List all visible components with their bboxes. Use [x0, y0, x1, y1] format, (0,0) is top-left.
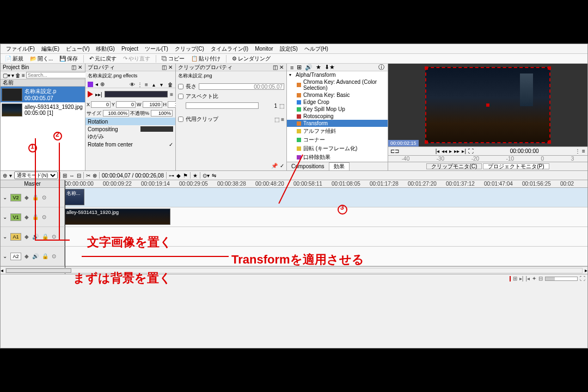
- menu-view[interactable]: ビュー(V): [63, 45, 93, 53]
- track-label[interactable]: A2: [10, 253, 21, 260]
- fx-menu-icon[interactable]: ≡: [290, 64, 293, 71]
- track-mute-icon[interactable]: ◆: [24, 234, 29, 240]
- fx-item[interactable]: 回転 (キーフレーム化): [287, 144, 388, 153]
- tab-clip-monitor[interactable]: クリップモニタ(C): [426, 163, 482, 169]
- panel-close-icon[interactable]: ✕: [77, 65, 83, 70]
- track-lock-icon[interactable]: 🔒: [32, 214, 39, 220]
- tab-effects[interactable]: 効果: [329, 162, 350, 170]
- prev-kf-icon[interactable]: ◂: [95, 81, 98, 87]
- pin-icon[interactable]: 📌: [271, 163, 278, 170]
- duration-check[interactable]: [178, 84, 183, 89]
- timeline-clip[interactable]: 名称...: [65, 189, 84, 205]
- bin-column-header[interactable]: 名前: [1, 79, 85, 87]
- kf-icon[interactable]: ⋮: [137, 82, 143, 87]
- menu-file[interactable]: ファイル(F): [3, 45, 38, 53]
- paste-button[interactable]: 📋貼り付け: [189, 55, 223, 63]
- track-expand-icon[interactable]: ⌄: [3, 234, 7, 240]
- tab-compositions[interactable]: Compositions: [287, 162, 329, 170]
- bin-list-icon[interactable]: ≡: [22, 72, 25, 78]
- x-input[interactable]: [91, 101, 111, 108]
- panel-close-icon[interactable]: ✕: [279, 65, 284, 70]
- mon-rew-icon[interactable]: ◂◂: [442, 148, 447, 154]
- render-button[interactable]: ⚙レンダリング: [230, 55, 273, 63]
- distort-row[interactable]: ゆがみ: [85, 133, 175, 140]
- mon-fwd-icon[interactable]: ▸▸: [454, 148, 460, 154]
- rotation-row[interactable]: Rotation: [85, 118, 175, 125]
- del-icon[interactable]: 🗑: [168, 82, 173, 87]
- tl-tool3-icon[interactable]: ⊟: [77, 173, 81, 179]
- save-button[interactable]: 💾保存: [57, 55, 80, 63]
- track-target-icon[interactable]: ⊙: [42, 194, 46, 200]
- play-icon[interactable]: [88, 91, 93, 97]
- track-vol-icon[interactable]: 🔊: [32, 253, 39, 259]
- track-mute-icon[interactable]: ◆: [24, 253, 29, 259]
- monitor-view[interactable]: 00:00:02:15: [388, 64, 587, 146]
- down-icon[interactable]: ▾: [160, 82, 166, 87]
- track-vol-icon[interactable]: 🔊: [32, 234, 39, 240]
- aspect-check[interactable]: [178, 94, 183, 99]
- tl-zoom-icon[interactable]: ⇋: [212, 173, 216, 179]
- track-lock-icon[interactable]: 🔒: [42, 253, 48, 259]
- tl-dd-icon[interactable]: ▾: [9, 173, 12, 179]
- status-icon[interactable]: ⊟: [538, 275, 543, 281]
- redo-button[interactable]: ↷やり直す: [121, 55, 152, 63]
- w-input[interactable]: [143, 101, 162, 108]
- track-expand-icon[interactable]: ⌄: [3, 253, 7, 259]
- track-target-icon[interactable]: ⊙: [52, 234, 56, 240]
- undo-button[interactable]: ↶元に戻す: [87, 55, 119, 63]
- menu-help[interactable]: ヘルプ(H): [301, 45, 332, 53]
- fx-video-icon[interactable]: ⊞: [297, 64, 302, 71]
- tl-star-icon[interactable]: ★: [193, 173, 198, 179]
- fx-category[interactable]: Alpha/Transform: [287, 71, 388, 78]
- bin-item[interactable]: 名称未設定.p00:00:05.07: [1, 87, 85, 102]
- menu-move[interactable]: 移動(G): [93, 45, 118, 53]
- track-target-icon[interactable]: ⊙: [42, 214, 46, 220]
- edit-mode-select[interactable]: 通常モード(N): [14, 171, 58, 179]
- skip-icon[interactable]: ▸▸|: [95, 91, 102, 97]
- copy-button[interactable]: ⿻コピー: [160, 55, 187, 63]
- apply-icon[interactable]: ✓: [280, 163, 284, 170]
- status-icon[interactable]: |◂: [525, 275, 530, 281]
- mon-start-icon[interactable]: |◂: [436, 148, 440, 154]
- kf-menu-icon[interactable]: ≡: [170, 91, 173, 97]
- menu-icon[interactable]: ≡: [145, 82, 150, 87]
- status-icon[interactable]: ✦: [532, 275, 536, 281]
- fx-fav-icon[interactable]: ★: [316, 64, 321, 71]
- compositing-row[interactable]: Compositing: [85, 125, 175, 133]
- fx-audio-icon[interactable]: 🔊: [305, 64, 313, 71]
- bin-folder-icon[interactable]: ▾: [11, 72, 14, 78]
- tl-flag-icon[interactable]: ⚑: [183, 173, 188, 179]
- size-input[interactable]: [103, 110, 129, 117]
- tl-marker-icon[interactable]: ◆: [176, 173, 181, 179]
- visible-icon[interactable]: 👁: [130, 82, 135, 87]
- fx-item[interactable]: Transform: [287, 120, 388, 127]
- opacity-input[interactable]: [151, 110, 173, 117]
- track-label[interactable]: V2: [10, 194, 21, 201]
- tl-add-icon[interactable]: ⊕: [3, 173, 7, 179]
- timeline-hscroll[interactable]: ◂▸: [1, 266, 587, 274]
- menu-timeline[interactable]: タイムライン(I): [207, 45, 252, 53]
- track-lane[interactable]: [65, 227, 587, 246]
- track-mute-icon[interactable]: ◆: [24, 214, 29, 220]
- duration-field[interactable]: 00:00:05.07: [199, 83, 284, 90]
- tl-del-icon[interactable]: ⊗: [93, 173, 97, 179]
- fx-item[interactable]: Chroma Key: Basic: [287, 91, 388, 99]
- track-lane[interactable]: [65, 247, 587, 266]
- status-icon[interactable]: ▸|: [519, 275, 524, 281]
- track-label[interactable]: V1: [10, 213, 21, 221]
- panel-undock-icon[interactable]: ◫: [161, 65, 167, 70]
- menu-monitor[interactable]: Monitor: [252, 46, 276, 52]
- y-input[interactable]: [116, 101, 136, 108]
- track-expand-icon[interactable]: ⌄: [3, 214, 7, 220]
- menu-settings[interactable]: 設定(S): [277, 45, 301, 53]
- menu-project[interactable]: Project: [118, 46, 142, 52]
- mon-full-icon[interactable]: ⛶: [468, 148, 474, 154]
- fx-dl-icon[interactable]: ⬇★: [324, 64, 335, 71]
- bin-item[interactable]: alley-5931413_1920.jpg00:05:00 [1]: [1, 102, 85, 118]
- status-fit-icon[interactable]: ⛶: [580, 275, 585, 281]
- status-icon[interactable]: ⊞: [513, 275, 517, 281]
- track-label[interactable]: A1: [10, 233, 21, 241]
- tl-cut-icon[interactable]: ✂: [86, 173, 90, 179]
- tl-snap-icon[interactable]: ⊶: [169, 173, 174, 179]
- fx-info-icon[interactable]: ⓘ: [378, 63, 384, 71]
